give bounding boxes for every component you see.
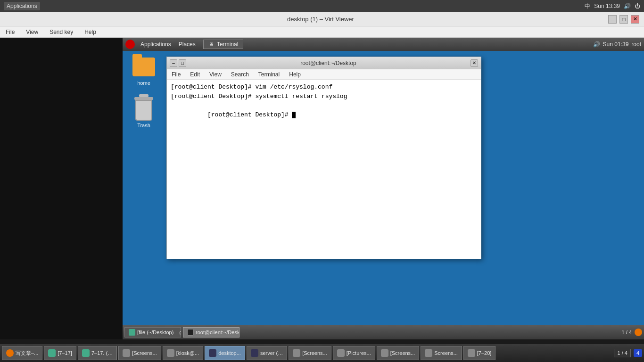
host-task-7-label: [Screens...	[302, 350, 327, 356]
terminal-cursor	[292, 112, 296, 118]
maximize-button[interactable]: □	[619, 15, 628, 24]
terminal-menu-terminal[interactable]: Terminal	[256, 71, 281, 78]
desktop-icon-home-label: home	[137, 80, 150, 86]
terminal-menubar: File Edit View Search Terminal Help	[167, 69, 481, 80]
task7-icon	[293, 349, 300, 357]
host-task-4[interactable]: [Screens...	[118, 346, 161, 360]
host-page-badge: 4	[634, 349, 642, 357]
host-task-11-label: [7–20]	[477, 350, 492, 356]
host-task-desktop[interactable]: desktop...	[205, 346, 245, 360]
host-task-8[interactable]: [Pictures...	[333, 346, 375, 360]
guest-ff-badge	[635, 329, 642, 336]
gedit-icon	[129, 329, 135, 336]
desktop-icon-trash[interactable]: Trash	[125, 98, 163, 128]
close-button[interactable]: ✕	[631, 15, 639, 24]
host-taskbar: 写文章–... [7–17] 7–17. (… [Screens... [kio…	[0, 344, 644, 362]
guest-left-panel	[0, 38, 123, 339]
guest-terminal-tab[interactable]: 🖥 Terminal	[203, 40, 244, 49]
task5-icon	[167, 349, 174, 357]
host-volume-icon[interactable]: 🔊	[624, 3, 631, 9]
fedora-logo	[125, 40, 135, 49]
firefox-icon	[6, 349, 14, 357]
host-task-9-label: [Screens...	[390, 350, 415, 356]
task10-icon	[425, 349, 432, 357]
desktop-icon-task	[209, 349, 216, 357]
terminal-menu-search[interactable]: Search	[229, 71, 251, 78]
vv-menu-help[interactable]: Help	[83, 28, 98, 36]
host-task-11[interactable]: [7–20]	[463, 346, 496, 360]
guest-time: Sun 01:39	[603, 41, 629, 48]
server-icon	[251, 349, 258, 357]
guest-taskbar-page: 1 / 4	[622, 329, 632, 335]
terminal-line-2: [root@client Desktop]# systemctl restart…	[171, 92, 477, 101]
terminal-icon	[187, 329, 194, 336]
host-task-7[interactable]: [Screens...	[289, 346, 331, 360]
guest-gnome-panel: Applications Places 🖥 Terminal 🔊 Sun 01:…	[123, 38, 644, 51]
host-task-server-label: server (…	[260, 350, 283, 356]
terminal-menu-help[interactable]: Help	[287, 71, 303, 78]
task3-icon	[82, 349, 90, 357]
guest-taskbar-gedit[interactable]: [file (~/Desktop) – gedit	[124, 327, 181, 337]
terminal-title: root@client:~/Desktop	[186, 60, 471, 66]
host-task-3-label: 7–17. (…	[91, 350, 113, 356]
terminal-line-3: [root@client Desktop]#	[171, 101, 477, 129]
host-task-9[interactable]: [Screens...	[377, 346, 420, 360]
minimize-button[interactable]: –	[608, 15, 617, 24]
desktop-icon-trash-label: Trash	[137, 123, 150, 128]
terminal-menu-file[interactable]: File	[170, 71, 182, 78]
task2-icon	[48, 349, 56, 357]
host-power-icon[interactable]: ⏻	[635, 3, 640, 9]
terminal-minimize-btn[interactable]: –	[170, 59, 177, 67]
host-time: Sun 13:39	[594, 3, 620, 9]
terminal-body[interactable]: [root@client Desktop]# vim /etc/rsyslog.…	[167, 80, 481, 259]
host-task-desktop-label: desktop...	[218, 350, 241, 356]
task4-icon	[123, 349, 130, 357]
host-task-3[interactable]: 7–17. (…	[78, 346, 117, 360]
task11-icon	[468, 349, 475, 357]
host-task-firefox[interactable]: 写文章–...	[2, 346, 42, 360]
guest-taskbar-terminal[interactable]: root@client:~/Desktop	[183, 327, 239, 337]
host-task-2-label: [7–17]	[58, 350, 72, 356]
host-task-2[interactable]: [7–17]	[44, 346, 76, 360]
host-task-server[interactable]: server (…	[247, 346, 287, 360]
host-task-10[interactable]: Screens...	[421, 346, 462, 360]
guest-volume-icon[interactable]: 🔊	[593, 41, 600, 48]
terminal-line-1: [root@client Desktop]# vim /etc/rsyslog.…	[171, 82, 477, 92]
host-task-4-label: [Screens...	[132, 350, 157, 356]
host-task-firefox-label: 写文章–...	[16, 350, 38, 357]
guest-user: root	[631, 41, 641, 48]
guest-places-menu[interactable]: Places	[175, 40, 199, 49]
host-apps-menu[interactable]: Applications	[4, 2, 40, 10]
guest-apps-menu[interactable]: Applications	[137, 40, 175, 49]
host-taskbar-page: 1 / 4	[614, 349, 630, 357]
host-task-5[interactable]: [kiosk@...	[163, 346, 203, 360]
vv-menu-sendkey[interactable]: Send key	[48, 28, 75, 36]
guest-taskbar: [file (~/Desktop) – gedit root@client:~/…	[123, 325, 644, 339]
host-task-10-label: Screens...	[434, 350, 458, 356]
terminal-menu-edit[interactable]: Edit	[188, 71, 202, 78]
terminal-titlebar: – □ root@client:~/Desktop ✕	[167, 57, 481, 69]
terminal-menu-view[interactable]: View	[207, 71, 223, 78]
guest-taskbar-gedit-label: [file (~/Desktop) – gedit	[137, 329, 181, 335]
host-task-8-label: [Pictures...	[347, 350, 371, 356]
terminal-window: – □ root@client:~/Desktop ✕ File Edit Vi…	[166, 57, 481, 259]
terminal-close-btn[interactable]: ✕	[471, 59, 478, 67]
task8-icon	[337, 349, 345, 357]
vv-menu-file[interactable]: File	[4, 28, 17, 36]
host-topbar: Applications 中 Sun 13:39 🔊 ⏻	[0, 0, 644, 12]
vv-menu-view[interactable]: View	[24, 28, 40, 36]
virt-viewer-titlebar: desktop (1) – Virt Viewer – □ ✕	[0, 12, 644, 26]
guest-screen: Applications Places 🖥 Terminal 🔊 Sun 01:…	[0, 38, 644, 339]
virt-viewer-menubar: File View Send key Help	[0, 26, 644, 38]
terminal-maximize-btn[interactable]: □	[179, 59, 186, 67]
task9-icon	[381, 349, 388, 357]
host-ime[interactable]: 中	[585, 2, 590, 10]
guest-taskbar-terminal-label: root@client:~/Desktop	[196, 329, 239, 335]
guest-desktop: home Trash – □ root@client:~/Desktop ✕	[123, 51, 644, 325]
desktop-icon-home[interactable]: home	[125, 56, 163, 86]
host-task-5-label: [kiosk@...	[176, 350, 199, 356]
virt-viewer-title: desktop (1) – Virt Viewer	[33, 16, 608, 23]
